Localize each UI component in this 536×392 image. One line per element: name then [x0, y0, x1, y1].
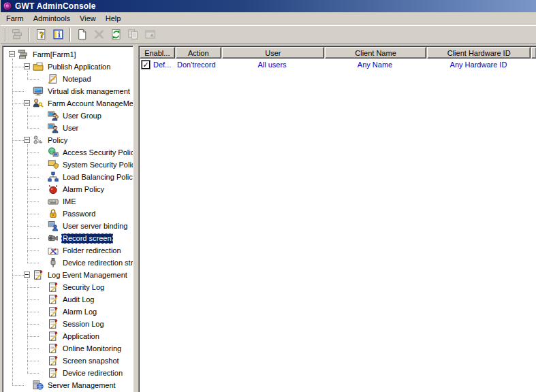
- tree-item-label: Farm Account ManageMent: [46, 99, 133, 109]
- toolbar: ? i: [1, 25, 536, 44]
- copy-icon: [127, 29, 139, 42]
- tree-item-farm-account-management[interactable]: Farm Account ManageMent: [3, 97, 133, 110]
- tree-expander-minus[interactable]: [24, 137, 30, 143]
- tree-item-farm-farm1[interactable]: Farm[Farm1]: [3, 48, 133, 61]
- menu-bar: FarmAdmintoolsViewHelp: [1, 12, 536, 25]
- tree-item-password[interactable]: Password: [3, 208, 133, 220]
- tree-expander-minus[interactable]: [9, 51, 15, 57]
- column-header-client-hardware-id[interactable]: Client Hardware ID: [427, 47, 531, 59]
- menu-view[interactable]: View: [75, 13, 101, 24]
- monitor-icon: [33, 86, 44, 97]
- tree-item-alarm-log[interactable]: Alarm Log: [3, 306, 133, 318]
- tree-item-folder-redirection[interactable]: Folder redirection: [3, 244, 133, 257]
- tree-item-screen-snapshot[interactable]: Screen snapshot: [3, 355, 133, 367]
- tree-item-label: Policy: [46, 135, 69, 146]
- main-content: Farm[Farm1] Publish Application Notepad …: [1, 44, 536, 392]
- column-header-action[interactable]: Action: [176, 47, 221, 59]
- tree-item-label: Password: [61, 209, 97, 219]
- list-row[interactable]: ✓Def...Don'trecordAll usersAny NameAny H…: [139, 59, 536, 71]
- new-item-button[interactable]: [74, 27, 91, 42]
- tree-item-user-server-binding[interactable]: User server binding: [3, 220, 133, 232]
- new-document-icon: [76, 29, 88, 42]
- tree-expander-minus[interactable]: [24, 100, 30, 106]
- tree-item-user-group[interactable]: User Group: [3, 110, 133, 122]
- cell-client-hardware-id: Any Hardware ID: [426, 59, 531, 71]
- tree-item-application[interactable]: Application: [3, 330, 133, 342]
- tree-item-record-screen[interactable]: Record screen: [3, 232, 133, 244]
- farm-servers-button: [9, 27, 26, 42]
- user-key-icon: [33, 98, 44, 109]
- list-header: Enabl...ActionUserClient NameClient Hard…: [140, 47, 536, 59]
- tree-item-ime[interactable]: IME: [3, 195, 133, 208]
- info-button[interactable]: i: [50, 27, 67, 42]
- folder-redirect-icon: [48, 245, 59, 256]
- padlock-icon: [48, 208, 59, 219]
- refresh-button[interactable]: [108, 27, 125, 42]
- toolbar-separator: [69, 28, 71, 42]
- tree-item-alarm-policy[interactable]: Alarm Policy: [3, 183, 133, 195]
- column-header-client-name[interactable]: Client Name: [325, 47, 427, 59]
- tree-item-log-event-management[interactable]: Log Event Management: [3, 269, 133, 281]
- menu-help[interactable]: Help: [101, 13, 126, 24]
- tree-item-label: Alarm Policy: [61, 184, 106, 195]
- user-server-icon: [48, 220, 59, 231]
- network-nodes-icon: [48, 172, 59, 182]
- tree-item-policy[interactable]: Policy: [3, 134, 133, 146]
- tree-item-label: Publish Application: [46, 62, 112, 72]
- delete-button: [91, 27, 108, 42]
- tree-item-label: Device redirection: [61, 368, 124, 378]
- properties-icon: [144, 29, 156, 42]
- tree-item-notepad[interactable]: Notepad: [3, 73, 133, 85]
- tree-item-label: Device redirection strate: [61, 258, 133, 268]
- menu-farm[interactable]: Farm: [1, 13, 29, 24]
- tree-expander-minus[interactable]: [24, 63, 30, 69]
- tree-item-label: Alarm Log: [61, 307, 98, 317]
- tree-item-load-balancing-policy[interactable]: Load Balancing Policy: [3, 171, 133, 183]
- menu-admintools[interactable]: Admintools: [29, 13, 75, 24]
- tree-item-online-monitoring[interactable]: Online Monitoring: [3, 342, 133, 355]
- tree-item-virtual-disk-management[interactable]: Virtual disk management: [3, 85, 133, 97]
- tree-item-label: User: [61, 123, 80, 133]
- enabled-checkbox[interactable]: ✓: [142, 61, 150, 69]
- tree-item-device-redirection-strate[interactable]: Device redirection strate: [3, 257, 133, 269]
- tree-item-label: User Group: [61, 111, 103, 121]
- log-page-icon: [48, 282, 59, 293]
- globe-monitor-icon: [48, 147, 59, 158]
- tree-item-label: Folder redirection: [61, 246, 123, 256]
- tree-item-label: IME: [61, 197, 78, 207]
- user-icon: [48, 122, 59, 133]
- cell-user: All users: [221, 59, 324, 71]
- panel-splitter[interactable]: [133, 44, 138, 392]
- tree-item-label: Virtual disk management: [46, 86, 131, 97]
- tree-item-publish-application[interactable]: Publish Application: [3, 61, 133, 73]
- log-page-icon: [48, 355, 59, 366]
- tree-item-device-redirection[interactable]: Device redirection: [3, 367, 133, 379]
- column-header-user[interactable]: User: [222, 47, 324, 59]
- tree-item-label: User server binding: [61, 221, 129, 231]
- alarm-icon: [48, 184, 59, 195]
- log-page-icon: [33, 270, 44, 280]
- tree-item-access-security-policy[interactable]: Access Security Policy: [3, 146, 133, 159]
- tree-item-label: Application: [61, 331, 101, 342]
- monitor-shield-icon: [48, 159, 59, 170]
- tree-item-user[interactable]: User: [3, 122, 133, 134]
- tree-item-audit-log[interactable]: Audit Log: [3, 293, 133, 306]
- cell-client-name: Any Name: [324, 59, 426, 71]
- list-body: ✓Def...Don'trecordAll usersAny NameAny H…: [139, 59, 536, 71]
- toolbar-separator: [5, 28, 6, 42]
- help-button[interactable]: ?: [33, 27, 50, 42]
- tree-item-server-management[interactable]: Server Management: [3, 379, 133, 391]
- tree-item-security-log[interactable]: Security Log: [3, 281, 133, 293]
- column-header-enabl[interactable]: Enabl...: [140, 47, 175, 59]
- tree-item-label: Notepad: [61, 74, 93, 84]
- svg-text:i: i: [58, 31, 61, 39]
- delete-x-icon: [93, 29, 105, 42]
- refresh-icon: [110, 29, 122, 42]
- tree-item-system-security-policy[interactable]: System Security Policy: [3, 159, 133, 171]
- log-page-icon: [48, 294, 59, 305]
- copy-button: [125, 27, 142, 42]
- svg-text:?: ?: [40, 31, 44, 40]
- tree-item-session-log[interactable]: Session Log: [3, 318, 133, 330]
- publish-folder-icon: [33, 61, 44, 72]
- tree-expander-minus[interactable]: [24, 272, 30, 278]
